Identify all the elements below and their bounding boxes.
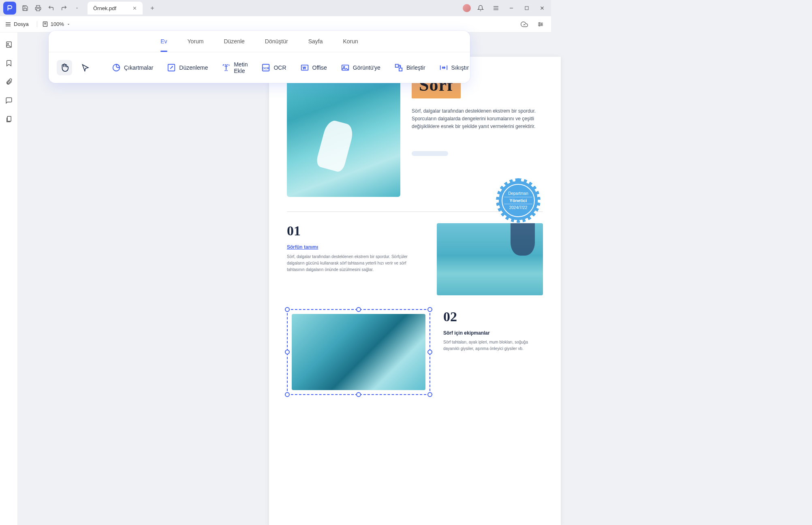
- svg-point-32: [7, 43, 8, 44]
- add-text-button[interactable]: Metin Ekle: [218, 59, 252, 77]
- settings-stack-icon[interactable]: [535, 19, 546, 30]
- svg-rect-30: [399, 68, 402, 71]
- svg-point-19: [539, 22, 540, 23]
- office-button[interactable]: Offise: [296, 61, 331, 75]
- ribbon-tab-protect[interactable]: Korun: [343, 38, 358, 46]
- close-tab-icon[interactable]: ✕: [132, 5, 137, 11]
- signature-placeholder[interactable]: [412, 151, 448, 156]
- app-logo[interactable]: [3, 2, 16, 15]
- section2-image[interactable]: [292, 314, 425, 356]
- ribbon-tab-convert[interactable]: Dönüştür: [265, 38, 288, 46]
- tool-label: Metin Ekle: [234, 61, 248, 74]
- svg-point-28: [344, 66, 345, 68]
- section-body[interactable]: Sörf tahtaları, ayak ipleri, mum bloklar…: [443, 339, 543, 352]
- pointer-tool-button[interactable]: [78, 60, 93, 75]
- print-icon[interactable]: [32, 2, 44, 14]
- ribbon-tab-home[interactable]: Ev: [160, 38, 167, 46]
- svg-rect-0: [36, 9, 40, 11]
- undo-icon[interactable]: [45, 2, 57, 14]
- user-avatar[interactable]: [463, 4, 471, 12]
- redo-icon[interactable]: [58, 2, 70, 14]
- resize-handle-tm[interactable]: [356, 307, 361, 312]
- zoom-indicator[interactable]: 100%: [37, 21, 71, 27]
- menu-row: Dosya 100% Ev Yorum Düzenle Dönüştür Say…: [0, 16, 551, 32]
- svg-rect-29: [395, 64, 398, 67]
- file-menu[interactable]: Dosya: [5, 21, 29, 28]
- section-link[interactable]: Sörfün tanımı: [287, 244, 318, 250]
- stamp-mid: Yönetici: [504, 197, 533, 204]
- section-number[interactable]: 02: [443, 309, 543, 324]
- resize-handle-tl[interactable]: [285, 307, 290, 312]
- zoom-value: 100%: [51, 21, 64, 27]
- document-tab[interactable]: Örnek.pdf ✕: [88, 2, 143, 15]
- tab-bar: Örnek.pdf ✕: [88, 2, 159, 15]
- ribbon-tab-comment[interactable]: Yorum: [188, 38, 204, 46]
- ribbon-tab-edit[interactable]: Düzenle: [224, 38, 244, 46]
- svg-point-20: [541, 23, 542, 25]
- pages-icon[interactable]: [3, 113, 15, 125]
- svg-rect-33: [7, 116, 11, 121]
- more-dropdown-icon[interactable]: [71, 2, 83, 14]
- editing-button[interactable]: Düzenleme: [163, 61, 212, 75]
- stamp-top: Departman: [508, 191, 528, 196]
- tab-label: Örnek.pdf: [93, 5, 116, 11]
- new-tab-button[interactable]: [146, 2, 159, 15]
- hand-tool-button[interactable]: [57, 60, 72, 75]
- side-rail: [0, 32, 18, 356]
- hamburger-menu-icon[interactable]: [490, 2, 502, 14]
- tool-label: OCR: [274, 64, 286, 71]
- stamp-seal[interactable]: Departman Yönetici 2024/7/22: [496, 178, 541, 223]
- image-selection-box[interactable]: [287, 309, 430, 356]
- tool-label: Görüntü'ye: [353, 64, 380, 71]
- file-menu-label: Dosya: [14, 21, 29, 27]
- merge-button[interactable]: Birleştir: [390, 61, 430, 75]
- maximize-window-icon[interactable]: [521, 2, 532, 14]
- tool-label: Çıkartmalar: [124, 64, 153, 71]
- tool-label: Sıkıştır: [451, 64, 469, 71]
- tool-label: Offise: [312, 64, 327, 71]
- tool-label: Düzenleme: [179, 64, 208, 71]
- resize-handle-mr[interactable]: [427, 350, 432, 354]
- resize-handle-tr[interactable]: [427, 307, 432, 312]
- ocr-button[interactable]: OCR OCR: [257, 61, 290, 75]
- attachments-icon[interactable]: [3, 76, 15, 88]
- section1-image[interactable]: [437, 223, 543, 295]
- svg-rect-7: [525, 6, 528, 10]
- resize-handle-ml[interactable]: [285, 350, 290, 354]
- to-image-button[interactable]: Görüntü'ye: [337, 61, 385, 75]
- save-icon[interactable]: [19, 2, 31, 14]
- ribbon-tab-page[interactable]: Sayfa: [308, 38, 323, 46]
- comments-icon[interactable]: [3, 95, 15, 106]
- ribbon-tabs: Ev Yorum Düzenle Dönüştür Sayfa Korun: [49, 31, 470, 52]
- document-page[interactable]: Sörf Sörf, dalgalar tarafından desteklen…: [269, 57, 551, 356]
- ribbon-panel: Ev Yorum Düzenle Dönüştür Sayfa Korun Çı…: [49, 31, 470, 83]
- hero-text[interactable]: Sörf, dalgalar tarafından desteklenen ek…: [412, 107, 543, 131]
- hero-image[interactable]: [287, 71, 400, 197]
- notifications-icon[interactable]: [475, 2, 486, 14]
- ribbon-tools: Çıkartmalar Düzenleme Metin Ekle OCR OCR…: [49, 52, 470, 83]
- compress-button[interactable]: Sıkıştır: [435, 61, 473, 75]
- stamp-bottom: 2024/7/22: [509, 205, 528, 210]
- svg-text:OCR: OCR: [263, 66, 269, 70]
- thumbnails-icon[interactable]: [3, 39, 15, 50]
- cloud-sync-icon[interactable]: [519, 19, 530, 30]
- close-window-icon[interactable]: [536, 2, 548, 14]
- bookmarks-icon[interactable]: [3, 58, 15, 69]
- stickers-button[interactable]: Çıkartmalar: [108, 61, 157, 75]
- minimize-window-icon[interactable]: [506, 2, 517, 14]
- svg-point-21: [539, 25, 540, 26]
- section-number[interactable]: 01: [287, 223, 424, 239]
- section-subtitle[interactable]: Sörf için ekipmanlar: [443, 330, 543, 336]
- tool-label: Birleştir: [406, 64, 425, 71]
- section-body[interactable]: Sörf, dalgalar tarafından desteklenen ek…: [287, 254, 408, 273]
- titlebar: Örnek.pdf ✕: [0, 0, 551, 16]
